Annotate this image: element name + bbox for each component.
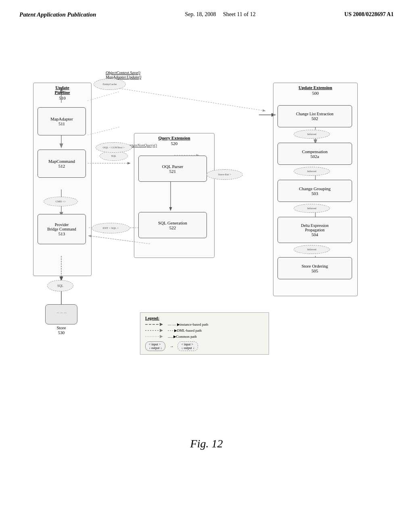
legend-row-1: — — ▶instance-based path: [145, 322, 264, 327]
update-extension-container: Update Extension 500 Change List Extract…: [273, 83, 358, 296]
compensation-label: Compensation: [302, 149, 328, 154]
oql-oval: OQL < CONText >: [96, 142, 132, 153]
inferred-oval2: Inferred: [294, 167, 330, 176]
provider-bridge-num: 513: [58, 231, 65, 236]
publication-title: Patent Application Publication: [19, 11, 96, 18]
qe-arrows: [134, 133, 214, 258]
store-ordering-box: Store Ordering 505: [277, 257, 352, 279]
compensation-box: Compensation 502a: [277, 143, 352, 165]
change-grouping-label: Change Grouping: [299, 186, 331, 191]
provider-bridge-label: ProviderBridge Command: [47, 222, 76, 231]
delta-expr-box: Delta ExpressionPropagation 504: [277, 217, 352, 243]
object-context-title: ObjectContext.Save() MapAdapter.Update(): [106, 71, 141, 79]
store-body: ⌒⌒⌒: [45, 304, 77, 324]
update-extension-title: Update Extension: [298, 85, 332, 90]
change-list-box: Change List Extraction 502: [277, 105, 352, 127]
change-list-num: 502: [311, 116, 318, 121]
map-command-num: 512: [58, 164, 65, 168]
sql-gen-label: SQL Generation: [158, 220, 187, 225]
update-pipeline-title: Update Pipeline: [48, 85, 77, 95]
figure-label: Fig. 12: [0, 437, 413, 450]
cmd-oval: CMD <>: [44, 197, 78, 206]
legend-box: Legend: — — ▶instance-based path - - - ▶…: [140, 312, 269, 355]
query-extension-container: Query Extension 520 OQL Parser 521 SQL G…: [134, 133, 215, 258]
store-ordering-num: 505: [311, 268, 318, 273]
legend-label-1: — — ▶instance-based path: [168, 322, 208, 326]
legend-row-2: - - - ▶DML-based path: [145, 328, 264, 333]
store-ordering-label: Store Ordering: [302, 264, 328, 268]
publication-date: Sep. 18, 2008: [185, 11, 216, 17]
inferred-oval1: Inferred: [294, 130, 330, 139]
header-center: Sep. 18, 2008 Sheet 11 of 12: [185, 11, 255, 18]
svg-line-15: [88, 91, 120, 101]
update-pipeline-num: 510: [48, 96, 77, 100]
change-grouping-box: Change Grouping 503: [277, 180, 352, 202]
map-adapter-num: 511: [58, 121, 65, 126]
page-header: Patent Application Publication Sep. 18, …: [0, 0, 413, 22]
map-command-label: MapCommand: [48, 159, 75, 164]
legend-title: Legend:: [145, 316, 264, 320]
legend-label-2: - - - ▶DML-based path: [168, 328, 202, 332]
delta-expr-num: 504: [311, 232, 318, 237]
svg-line-3: [108, 87, 265, 111]
map-adapter-box: MapAdapter 511: [38, 107, 86, 135]
patent-number: US 2008/0228697 A1: [344, 11, 394, 18]
svg-marker-21: [160, 329, 163, 332]
sheet-info: Sheet 11 of 12: [223, 11, 256, 17]
store-cylinder: ⌒⌒⌒ Store 530: [45, 304, 77, 335]
svg-line-16: [88, 127, 120, 135]
sql-bottom-oval: SQL: [47, 280, 73, 291]
svg-marker-23: [160, 335, 163, 338]
change-grouping-num: 503: [311, 191, 318, 196]
change-list-label: Change List Extraction: [296, 112, 334, 116]
entity-cache-oval: EntityCache: [94, 79, 126, 90]
map-adapter-label: MapAdapter: [50, 116, 73, 121]
legend-row-3: ......▶Common path: [145, 334, 264, 339]
store-entity-oval: Store-Ent >: [206, 169, 243, 180]
legend-shape-1: < input >↓ output ↓: [145, 341, 165, 351]
update-pipeline-container: Update Pipeline 510 MapAdapter 511 MapCo…: [33, 83, 92, 276]
legend-shape-2: < input >↓ output ↓: [177, 341, 198, 351]
sql-gen-box: SQL Generation 522: [138, 212, 207, 238]
store-label: Store 530: [56, 325, 66, 335]
entity-sql-oval: ENT < SQL >: [92, 223, 130, 233]
sql-gen-num: 522: [169, 225, 176, 230]
inferred-oval4: Inferred: [294, 245, 330, 254]
svg-marker-19: [160, 323, 163, 326]
update-extension-num: 500: [298, 91, 332, 96]
compensation-num: 502a: [311, 154, 319, 159]
legend-label-3: ......▶Common path: [168, 335, 197, 339]
provider-bridge-box: ProviderBridge Command 513: [38, 214, 86, 244]
map-command-box: MapCommand 512: [38, 150, 86, 178]
diagram-area: ObjectContext.Save() MapAdapter.Update()…: [25, 30, 388, 433]
inferred-oval3: Inferred: [294, 204, 330, 213]
delta-expr-label: Delta ExpressionPropagation: [301, 223, 329, 232]
